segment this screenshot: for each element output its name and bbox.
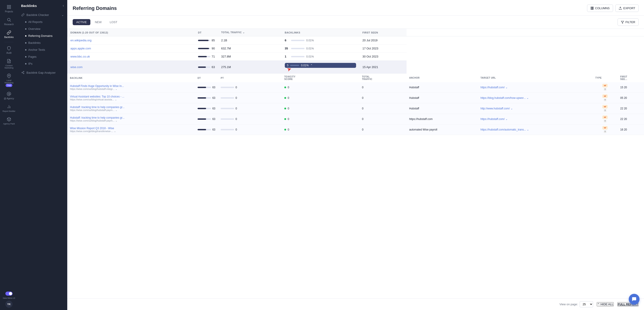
- user-avatar[interactable]: YK: [6, 300, 12, 308]
- nav-item-all-reports[interactable]: All Reports: [18, 19, 67, 25]
- nav-dot-active: [25, 35, 26, 37]
- nav-item-backlink-checker[interactable]: Backlink Checker ⌄: [18, 11, 67, 19]
- sidebar-item-backlinks[interactable]: Backlinks: [1, 28, 16, 40]
- nav-item-overview[interactable]: Overview: [18, 25, 67, 32]
- sub-col-first-seen: FIRSTSEE...: [618, 74, 644, 82]
- sub-title: Hubstaff: tracking time to help companie…: [70, 116, 192, 119]
- traffic-cell: 275.1M: [218, 61, 282, 74]
- sidebar-item-label: Audit: [6, 52, 12, 54]
- sub-link[interactable]: Wise Mission Report Q3 2018 - Wise: [70, 127, 114, 130]
- sub-link[interactable]: Hubstaff: tracking time to help companie…: [70, 106, 124, 109]
- nav-item-referring-domains[interactable]: Referring Domains: [18, 32, 67, 39]
- bl-num: 35: [285, 47, 289, 50]
- sidebar-item-agency-pack[interactable]: Agency Pack: [1, 115, 16, 127]
- hide-label: HIDE ALL: [600, 302, 613, 306]
- bar-track: [198, 40, 210, 41]
- chat-fab-button[interactable]: [629, 294, 640, 304]
- page-size-select[interactable]: 25 50 100: [580, 301, 593, 307]
- nav-section-backlink-checker: Backlink Checker ⌄ All Reports Overview …: [18, 10, 67, 68]
- tab-new[interactable]: NEW: [91, 19, 105, 25]
- nav-item-pages[interactable]: Pages: [18, 53, 67, 60]
- columns-label: COLUMNS: [595, 7, 610, 10]
- dt-cell: 63: [195, 61, 218, 74]
- dt-value: 85: [212, 39, 215, 42]
- toxicity-dot: [284, 118, 286, 120]
- col-domain: DOMAIN (1-20 OUT OF 13612): [67, 29, 195, 36]
- dt-cell: 71: [195, 53, 218, 61]
- nav-item-label: Pages: [28, 55, 36, 58]
- backlinks-cell: 1 0.01%: [282, 53, 360, 61]
- sub-link[interactable]: Virtual Assistant websites: Top 10 choic…: [70, 95, 124, 98]
- target-url-link[interactable]: https://blog.hubstaff.com/how-upwor... ⌄: [480, 96, 529, 99]
- sub-url: https://wise.com/us/blog/hubstaff-integr…: [70, 88, 192, 91]
- sidebar-item-content-marketing[interactable]: Content Marketing: [1, 57, 16, 71]
- sub-anchor-cell: Hubstaff: [406, 93, 478, 103]
- sub-toxicity-cell: 0: [282, 114, 360, 124]
- left-nav: Backlinks ‹ Backlink Checker ⌄ All Repor…: [18, 0, 67, 310]
- toxicity-dot: [284, 97, 286, 99]
- target-url-link[interactable]: https://hubstaff.com/automatic_trans... …: [480, 128, 529, 131]
- sub-first-seen-cell: 15 20: [618, 82, 644, 93]
- sub-pt-cell: 0: [218, 103, 282, 114]
- toggle-switch[interactable]: [6, 291, 12, 296]
- nav-dot: [25, 28, 26, 30]
- nav-item-gap-analyzer[interactable]: Backlink Gap Analyzer: [18, 69, 67, 76]
- hide-all-button[interactable]: ⌃ HIDE ALL: [597, 302, 614, 306]
- sidebar-item-report-builder[interactable]: Report Builder: [1, 102, 16, 114]
- hide-icon: ⌃: [597, 302, 600, 306]
- sub-target-cell: https://blog.hubstaff.com/how-upwor... ⌄: [478, 93, 593, 103]
- sidebar-item-projects[interactable]: Projects: [1, 3, 16, 15]
- target-url-link[interactable]: https://hubstaff.com/ ⌄: [480, 117, 508, 121]
- bl-bar: [291, 40, 304, 41]
- dt-value: 71: [212, 55, 215, 58]
- dt-value: 90: [212, 47, 215, 50]
- main-content: Referring Domains COLUMNS EXPORT ACTIVE …: [67, 0, 644, 310]
- nf-badge: NF: [602, 105, 608, 108]
- sub-first-seen-cell: 22 20: [618, 114, 644, 124]
- new-menu-toggle[interactable]: [6, 291, 12, 296]
- domain-link[interactable]: en.wikipedia.org: [70, 39, 92, 42]
- dt-bar: 71: [198, 55, 215, 58]
- bl-bar-expanded: [290, 65, 299, 66]
- sidebar-item-label: @ Agency: [4, 97, 14, 100]
- domain-link[interactable]: wise.com: [70, 65, 82, 69]
- sub-anchor-cell: automated Wise payroll: [406, 124, 478, 135]
- sub-pt-cell: 0: [218, 114, 282, 124]
- sidebar-item-local-marketing[interactable]: Local Marketing Trial: [1, 72, 16, 89]
- bar-track: [198, 56, 210, 57]
- backlinks-cell: 35 0.01%: [282, 45, 360, 53]
- tab-lost[interactable]: LOST: [106, 19, 121, 25]
- nav-dot: [25, 56, 26, 58]
- domain-link[interactable]: www.bbc.co.uk: [70, 55, 90, 58]
- page-title: Referring Domains: [73, 6, 117, 15]
- tab-active[interactable]: ACTIVE: [73, 19, 90, 25]
- link-icon: [6, 30, 12, 35]
- export-button[interactable]: EXPORT: [615, 5, 638, 12]
- sidebar-item-audit[interactable]: Audit: [1, 44, 16, 56]
- target-url-link[interactable]: https://hubstaff.com/ ⌄: [480, 86, 508, 89]
- expanded-toggle[interactable]: 5 0.01% ⌃: [285, 63, 356, 68]
- target-url-link[interactable]: http://www.hubstaff.com/ ⌄: [480, 107, 513, 110]
- nav-item-anchor-texts[interactable]: Anchor Texts: [18, 46, 67, 53]
- sidebar-item-research[interactable]: Research: [1, 16, 16, 27]
- nav-item-backlinks[interactable]: Backlinks: [18, 39, 67, 46]
- sidebar-item-label: Research: [4, 23, 14, 26]
- domain-link[interactable]: apps.apple.com: [70, 47, 91, 50]
- sub-type-cell: NFT: [593, 103, 618, 114]
- sub-table-row: Wise Mission Report Q3 2018 - Wise https…: [67, 124, 644, 135]
- columns-button[interactable]: COLUMNS: [587, 5, 613, 12]
- sub-link[interactable]: Hubstaff Finds Huge Opportunity in Wise …: [70, 84, 124, 88]
- filter-button[interactable]: FILTER: [618, 19, 638, 26]
- sub-title: Wise Mission Report Q3 2018 - Wise: [70, 127, 192, 130]
- sub-type-cell: NFT: [593, 82, 618, 93]
- t-badge: T: [604, 130, 607, 133]
- nav-item-label: Backlinks: [28, 41, 40, 45]
- svg-marker-23: [621, 21, 624, 23]
- sub-pt-cell: 0: [218, 82, 282, 93]
- collapse-button[interactable]: ‹: [63, 4, 64, 8]
- sub-link[interactable]: Hubstaff: tracking time to help companie…: [70, 116, 124, 119]
- sidebar-item-agency[interactable]: @ Agency: [1, 90, 16, 101]
- nf-badge: NF: [602, 126, 608, 129]
- nav-item-ips[interactable]: IPs: [18, 60, 67, 67]
- table-header-row: DOMAIN (1-20 OUT OF 13612) DT TOTAL TRAF…: [67, 29, 644, 36]
